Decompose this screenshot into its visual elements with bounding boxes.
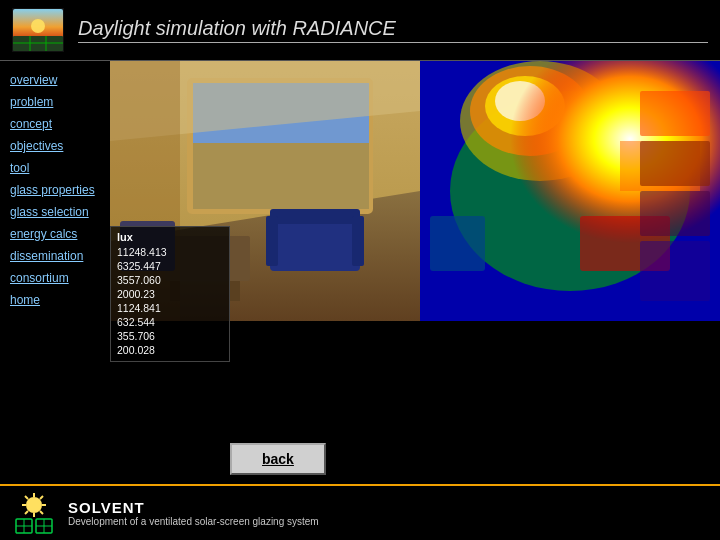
svg-rect-39 — [640, 191, 710, 236]
svg-line-48 — [40, 496, 43, 499]
sidebar-item-energy-calcs[interactable]: energy calcs — [0, 223, 110, 245]
lux-value: 6325.447 — [117, 259, 223, 273]
heatmap-image — [420, 61, 720, 321]
sidebar-item-problem[interactable]: problem — [0, 91, 110, 113]
svg-rect-40 — [640, 241, 710, 301]
sidebar: overviewproblemconceptobjectivestoolglas… — [0, 61, 110, 483]
lux-value: 355.706 — [117, 329, 223, 343]
footer-text-block: SOLVENT Development of a ventilated sola… — [68, 499, 319, 527]
sidebar-item-glass-properties[interactable]: glass properties — [0, 179, 110, 201]
page-title: Daylight simulation with RADIANCE — [78, 17, 708, 43]
footer: SOLVENT Development of a ventilated sola… — [0, 484, 720, 540]
svg-line-49 — [25, 511, 28, 514]
sidebar-item-tool[interactable]: tool — [0, 157, 110, 179]
lux-value: 632.544 — [117, 315, 223, 329]
lux-value: 3557.060 — [117, 273, 223, 287]
footer-logo-icon — [12, 491, 56, 535]
svg-point-3 — [31, 19, 45, 33]
footer-title: SOLVENT — [68, 499, 319, 516]
sidebar-item-home[interactable]: home — [0, 289, 110, 311]
sidebar-item-overview[interactable]: overview — [0, 69, 110, 91]
lux-value: 200.028 — [117, 343, 223, 357]
svg-rect-38 — [640, 141, 710, 186]
svg-line-47 — [40, 511, 43, 514]
sidebar-item-concept[interactable]: concept — [0, 113, 110, 135]
svg-rect-19 — [266, 216, 278, 266]
svg-line-46 — [25, 496, 28, 499]
lux-value: 11248.413 — [117, 245, 223, 259]
svg-rect-16 — [193, 143, 369, 209]
lux-value: 2000.23 — [117, 287, 223, 301]
main-content: overviewproblemconceptobjectivestoolglas… — [0, 61, 720, 483]
svg-rect-37 — [640, 91, 710, 136]
sidebar-item-dissemination[interactable]: dissemination — [0, 245, 110, 267]
svg-rect-35 — [430, 216, 485, 271]
sidebar-item-glass-selection[interactable]: glass selection — [0, 201, 110, 223]
svg-rect-17 — [270, 216, 360, 271]
app-logo-icon — [12, 8, 64, 52]
content-area: lux 11248.4136325.4473557.0602000.231124… — [110, 61, 720, 483]
footer-subtitle: Development of a ventilated solar-screen… — [68, 516, 319, 527]
svg-rect-18 — [270, 209, 360, 224]
sidebar-item-consortium[interactable]: consortium — [0, 267, 110, 289]
back-button[interactable]: back — [230, 443, 326, 475]
svg-rect-23 — [230, 281, 240, 301]
svg-rect-20 — [352, 216, 364, 266]
lux-value: 1124.841 — [117, 301, 223, 315]
header: Daylight simulation with RADIANCE — [0, 0, 720, 61]
lux-title: lux — [117, 231, 223, 243]
svg-point-41 — [26, 497, 42, 513]
sidebar-item-objectives[interactable]: objectives — [0, 135, 110, 157]
lux-panel: lux 11248.4136325.4473557.0602000.231124… — [110, 226, 230, 362]
